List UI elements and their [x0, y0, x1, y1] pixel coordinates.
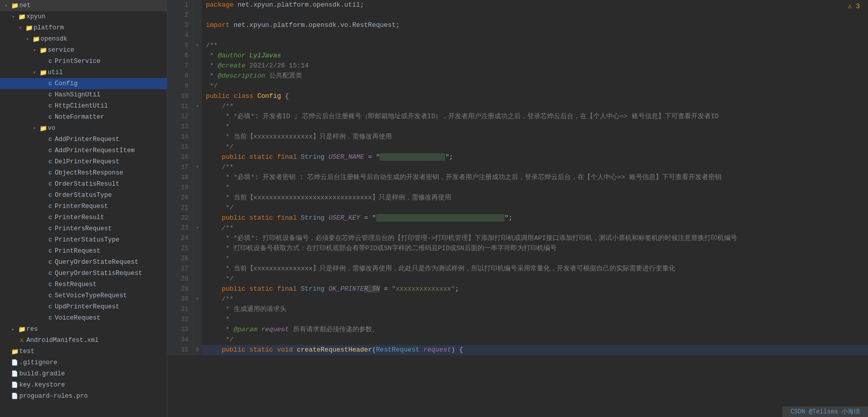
tree-item-build.gradle[interactable]: 📄build.gradle	[0, 368, 167, 379]
tree-item-AddPrinterRequestItem[interactable]: CAddPrinterRequestItem	[0, 145, 167, 156]
tree-label: vo	[48, 125, 55, 132]
tree-item-opensdk[interactable]: ▾📁opensdk	[0, 33, 167, 45]
fold-indicator	[193, 71, 202, 81]
code-content: /**	[202, 294, 868, 304]
tree-item-OrderStatusType[interactable]: COrderStatusType	[0, 190, 167, 201]
class-icon: C	[46, 315, 55, 322]
code-content: /**	[202, 162, 868, 172]
line-number: 31	[167, 304, 193, 315]
fold-indicator	[193, 112, 202, 122]
code-editor: ⚠ 3 1package net.xpyun.platform.opensdk.…	[167, 0, 868, 417]
code-line-row: 24 * *必填*: 打印机设备编号，必须要在芯烨云管理后台的【打印管理->打印…	[167, 233, 868, 244]
fold-indicator	[193, 244, 202, 254]
tree-item-gitignore[interactable]: 📄.gitignore	[0, 357, 167, 368]
fold-indicator	[193, 152, 202, 162]
code-content: package net.xpyun.platform.opensdk.util;	[202, 0, 868, 10]
code-content: */	[202, 203, 868, 213]
fold-indicator[interactable]: ▾	[193, 162, 202, 172]
tree-item-DelPrinterRequest[interactable]: CDelPrinterRequest	[0, 156, 167, 167]
tree-item-SetVoiceTypeRequest[interactable]: CSetVoiceTypeRequest	[0, 290, 167, 301]
code-line-row: 8 * @description 公共配置类	[167, 71, 868, 81]
fold-indicator[interactable]: ▾	[193, 101, 202, 112]
tree-item-PrinterRequest[interactable]: CPrinterRequest	[0, 201, 167, 212]
fold-indicator[interactable]: ▾	[193, 41, 202, 51]
tree-label: DelPrinterRequest	[55, 158, 120, 165]
file-tree[interactable]: ▾📁net▾📁xpyun▾📁platform▾📁opensdk▾📁service…	[0, 0, 167, 417]
tree-item-QueryOrderStatisRequest[interactable]: CQueryOrderStatisRequest	[0, 268, 167, 279]
tree-item-HttpClientUtil[interactable]: CHttpClientUtil	[0, 100, 167, 112]
tree-item-vo[interactable]: ▾📁vo	[0, 123, 167, 134]
class-icon: C	[46, 303, 55, 310]
line-number: 7	[167, 61, 193, 71]
tree-item-service[interactable]: ▾📁service	[0, 45, 167, 56]
file-icon: 📄	[10, 370, 19, 377]
tree-item-PrinterResult[interactable]: CPrinterResult	[0, 212, 167, 223]
tree-label: test	[19, 348, 34, 355]
fold-indicator[interactable]: ▾	[193, 294, 202, 304]
tree-item-platform[interactable]: ▾📁platform	[0, 22, 167, 33]
tree-item-AddPrinterRequest[interactable]: CAddPrinterRequest	[0, 134, 167, 145]
line-number: 15	[167, 142, 193, 152]
xml-icon: X	[17, 337, 26, 344]
tree-arrow: ▾	[30, 125, 39, 131]
line-number: 10	[167, 91, 193, 101]
class-icon: C	[46, 292, 55, 299]
tree-item-proguard-rules.pro[interactable]: 📄proguard-rules.pro	[0, 391, 167, 402]
tree-arrow: ▾	[30, 47, 39, 53]
code-content: * 打印机设备号获取方式：在打印机底部会有带PID或SN字样的二维码且PID或S…	[202, 244, 868, 254]
line-number: 26	[167, 254, 193, 264]
tree-item-UpdPrinterRequest[interactable]: CUpdPrinterRequest	[0, 301, 167, 312]
code-content	[202, 10, 868, 20]
line-number: 32	[167, 315, 193, 325]
fold-indicator	[193, 0, 202, 10]
tree-item-test[interactable]: 📁test	[0, 346, 167, 357]
code-content: import net.xpyun.platform.opensdk.vo.Res…	[202, 20, 868, 30]
code-line-row: 35@ public static void createRequestHead…	[167, 345, 868, 355]
tree-item-OrderStatisResult[interactable]: COrderStatisResult	[0, 179, 167, 190]
tree-item-QueryOrderStateRequest[interactable]: CQueryOrderStateRequest	[0, 257, 167, 268]
tree-item-net[interactable]: ▾📁net	[0, 0, 167, 11]
code-line-row: 33 * @param request 所有请求都必须传递的参数。	[167, 325, 868, 335]
fold-indicator	[193, 30, 202, 41]
bottom-label-text: CSDN @Tellsea 小海绵	[790, 408, 860, 415]
tree-item-NoteFormatter[interactable]: CNoteFormatter	[0, 112, 167, 123]
tree-item-Config[interactable]: CConfig	[0, 78, 167, 89]
tree-item-PrintService[interactable]: CPrintService	[0, 56, 167, 67]
fold-indicator	[193, 335, 202, 345]
fold-indicator[interactable]: @	[193, 345, 202, 355]
tree-label: RestRequest	[55, 281, 97, 288]
code-line-row: 32 *	[167, 315, 868, 325]
tree-label: ObjectRestResponse	[55, 169, 123, 177]
tree-item-xpyun[interactable]: ▾📁xpyun	[0, 11, 167, 22]
tree-item-key.keystore[interactable]: 📄key.keystore	[0, 379, 167, 391]
tree-item-PrinterStatusType[interactable]: CPrinterStatusType	[0, 234, 167, 246]
class-icon: C	[46, 203, 55, 210]
code-line-row: 6 * @author LylJavas	[167, 51, 868, 61]
tree-item-util[interactable]: ▾📁util	[0, 67, 167, 78]
fold-indicator[interactable]: ▾	[193, 223, 202, 233]
tree-item-AndroidManifest[interactable]: XAndroidManifest.xml	[0, 335, 167, 346]
tree-label: NoteFormatter	[55, 114, 104, 121]
fold-indicator	[193, 304, 202, 315]
tree-item-VoiceRequest[interactable]: CVoiceRequest	[0, 312, 167, 324]
code-content: /**	[202, 101, 868, 112]
code-line-row: 17▾ /**	[167, 162, 868, 172]
folder-icon: 📁	[39, 125, 48, 132]
tree-item-ObjectRestResponse[interactable]: CObjectRestResponse	[0, 167, 167, 179]
code-line-row: 18 * *必填*: 开发者密钥 : 芯烨云后台注册账号后自动生成的开发者密钥，…	[167, 172, 868, 183]
tree-item-RestRequest[interactable]: CRestRequest	[0, 279, 167, 290]
tree-item-PrintRequest[interactable]: CPrintRequest	[0, 246, 167, 257]
code-line-row: 21 */	[167, 203, 868, 213]
code-line-row: 34 */	[167, 335, 868, 345]
code-content: * @description 公共配置类	[202, 71, 868, 81]
tree-item-PrintersRequest[interactable]: CPrintersRequest	[0, 223, 167, 234]
tree-label: proguard-rules.pro	[19, 393, 88, 400]
tree-item-HashSignUtil[interactable]: CHashSignUtil	[0, 89, 167, 100]
code-line-row: 13 *	[167, 122, 868, 132]
line-number: 19	[167, 183, 193, 193]
code-content: */	[202, 81, 868, 91]
tree-item-res[interactable]: ▸📁res	[0, 324, 167, 335]
tree-label: QueryOrderStateRequest	[55, 259, 138, 266]
code-content: *	[202, 315, 868, 325]
fold-indicator	[193, 132, 202, 142]
